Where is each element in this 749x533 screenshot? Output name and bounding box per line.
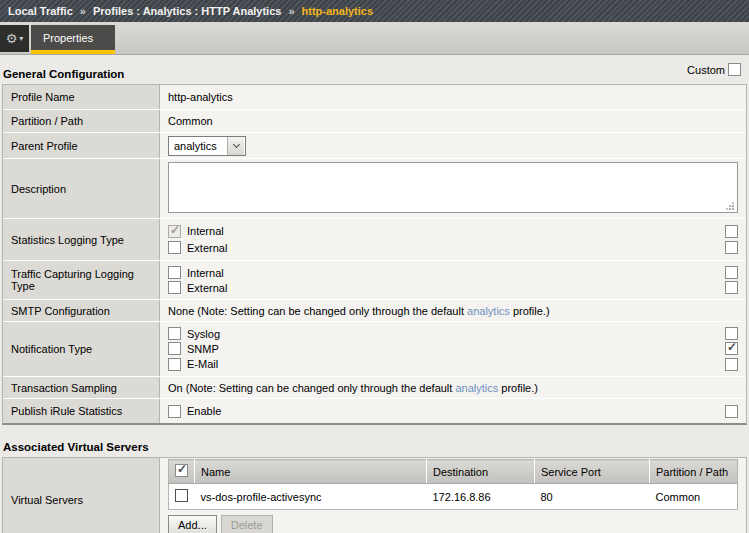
row-partition-path: Partition / Path Common: [3, 109, 746, 132]
notification-snmp-label: SNMP: [187, 343, 219, 355]
publish-irule-enable-checkbox[interactable]: [168, 405, 181, 418]
column-header-partition-path: Partition / Path: [650, 460, 738, 484]
section-title-associated-virtual-servers: Associated Virtual Servers: [3, 441, 149, 453]
notification-syslog-label: Syslog: [187, 328, 220, 340]
general-configuration-header: General Configuration Custom: [2, 55, 747, 84]
table-row: vs-dos-profile-activesync 172.16.8.86 80…: [169, 484, 738, 510]
chevron-down-icon: [227, 137, 244, 155]
virtual-servers-label: Virtual Servers: [3, 458, 160, 533]
custom-column-label: Custom: [687, 64, 725, 76]
tab-bar: ⚙ ▾ Properties: [0, 22, 749, 55]
custom-all-checkbox[interactable]: [728, 63, 741, 76]
notification-email-custom-checkbox[interactable]: [725, 358, 738, 371]
statistics-internal-checkbox: [168, 225, 181, 238]
statistics-internal-custom-checkbox[interactable]: [725, 225, 738, 238]
virtual-servers-list: Name Destination Service Port Partition …: [168, 459, 738, 510]
breadcrumb-separator-icon: »: [80, 5, 86, 17]
column-header-service-port: Service Port: [535, 460, 650, 484]
breadcrumb-separator-icon: »: [288, 5, 294, 17]
breadcrumb: Local Traffic » Profiles : Analytics : H…: [0, 0, 749, 22]
chevron-down-icon: ▾: [19, 34, 23, 43]
row-traffic-capturing-logging-type: Traffic Capturing Logging Type Internal …: [3, 260, 746, 299]
vs-service-port-cell: 80: [535, 484, 650, 510]
parent-profile-select[interactable]: analytics: [168, 136, 246, 156]
analytics-profile-link[interactable]: analytics: [467, 305, 510, 317]
options-gear-menu-button[interactable]: ⚙ ▾: [0, 25, 29, 52]
profile-name-label: Profile Name: [3, 85, 160, 109]
delete-button: Delete: [221, 515, 273, 533]
statistics-logging-type-label: Statistics Logging Type: [3, 219, 160, 260]
capturing-internal-label: Internal: [187, 267, 224, 279]
row-select-checkbox[interactable]: [175, 489, 188, 502]
breadcrumb-current-item: http-analytics: [302, 5, 374, 17]
row-publish-irule-statistics: Publish iRule Statistics Enable: [3, 398, 746, 423]
general-configuration-table: Profile Name http-analytics Partition / …: [2, 84, 747, 425]
row-statistics-logging-type: Statistics Logging Type Internal Externa…: [3, 218, 746, 260]
capturing-internal-checkbox[interactable]: [168, 266, 181, 279]
capturing-external-custom-checkbox[interactable]: [725, 281, 738, 294]
gear-icon: ⚙: [6, 32, 18, 45]
row-parent-profile: Parent Profile analytics: [3, 132, 746, 158]
smtp-value-text: None (Note: Setting can be changed only …: [168, 305, 467, 317]
breadcrumb-path-link[interactable]: Profiles : Analytics : HTTP Analytics: [93, 5, 281, 17]
notification-syslog-checkbox[interactable]: [168, 327, 181, 340]
vs-name-cell: vs-dos-profile-activesync: [195, 484, 427, 510]
transaction-sampling-text: On (Note: Setting can be changed only th…: [168, 382, 455, 394]
row-transaction-sampling: Transaction Sampling On (Note: Setting c…: [3, 376, 746, 398]
publish-irule-custom-checkbox[interactable]: [725, 405, 738, 418]
statistics-external-custom-checkbox[interactable]: [725, 241, 738, 254]
notification-type-label: Notification Type: [3, 322, 160, 376]
description-textarea[interactable]: [168, 162, 738, 213]
smtp-configuration-label: SMTP Configuration: [3, 300, 160, 321]
virtual-servers-header-row: Name Destination Service Port Partition …: [169, 460, 738, 484]
column-header-destination: Destination: [427, 460, 535, 484]
partition-path-label: Partition / Path: [3, 110, 160, 132]
statistics-external-checkbox[interactable]: [168, 241, 181, 254]
associated-virtual-servers-header: Associated Virtual Servers: [2, 425, 747, 457]
add-button[interactable]: Add...: [168, 515, 217, 533]
notification-snmp-checkbox[interactable]: [168, 342, 181, 355]
profile-name-value: http-analytics: [168, 91, 738, 103]
transaction-sampling-suffix: profile.): [498, 382, 538, 394]
partition-path-value: Common: [168, 115, 738, 127]
publish-irule-enable-label: Enable: [187, 405, 221, 417]
tab-properties[interactable]: Properties: [31, 25, 115, 54]
row-notification-type: Notification Type Syslog SNMP: [3, 321, 746, 376]
notification-syslog-custom-checkbox[interactable]: [725, 327, 738, 340]
row-smtp-configuration: SMTP Configuration None (Note: Setting c…: [3, 299, 746, 321]
analytics-profile-link[interactable]: analytics: [455, 382, 498, 394]
capturing-external-checkbox[interactable]: [168, 281, 181, 294]
notification-email-label: E-Mail: [187, 358, 218, 370]
capturing-internal-custom-checkbox[interactable]: [725, 266, 738, 279]
vs-destination-cell: 172.16.8.86: [427, 484, 535, 510]
statistics-internal-label: Internal: [187, 225, 224, 237]
associated-virtual-servers-table: Virtual Servers Name Destination Service…: [2, 457, 747, 533]
smtp-value-suffix: profile.): [510, 305, 550, 317]
parent-profile-label: Parent Profile: [3, 133, 160, 158]
statistics-external-label: External: [187, 242, 227, 254]
resize-grip-icon[interactable]: [732, 208, 734, 210]
notification-snmp-custom-checkbox[interactable]: [725, 342, 738, 355]
breadcrumb-root-link[interactable]: Local Traffic: [8, 5, 73, 17]
row-description: Description: [3, 158, 746, 218]
column-header-name: Name: [195, 460, 427, 484]
description-label: Description: [3, 159, 160, 218]
section-title-general-configuration: General Configuration: [3, 68, 124, 80]
capturing-external-label: External: [187, 282, 227, 294]
vs-partition-path-cell: Common: [650, 484, 738, 510]
traffic-capturing-logging-type-label: Traffic Capturing Logging Type: [3, 261, 160, 299]
notification-email-checkbox[interactable]: [168, 358, 181, 371]
select-all-checkbox[interactable]: [175, 464, 188, 477]
row-profile-name: Profile Name http-analytics: [3, 85, 746, 109]
main-content: General Configuration Custom Profile Nam…: [0, 55, 749, 533]
publish-irule-statistics-label: Publish iRule Statistics: [3, 399, 160, 423]
transaction-sampling-label: Transaction Sampling: [3, 377, 160, 398]
